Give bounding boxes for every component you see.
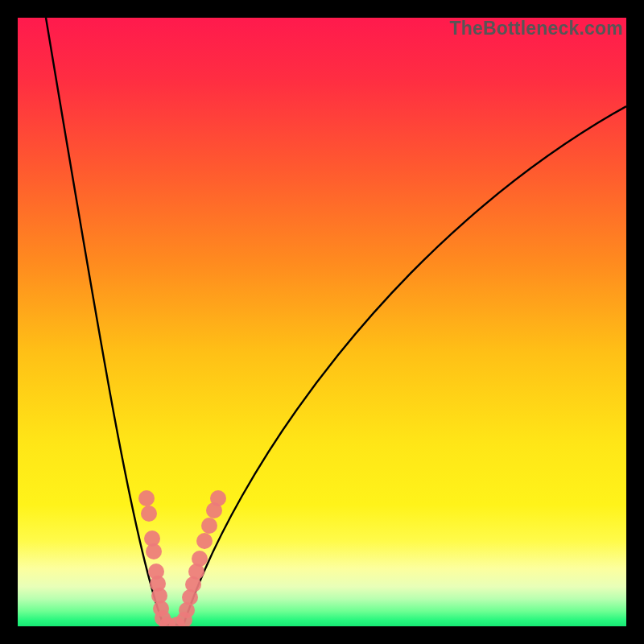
plot-area: TheBottleneck.com <box>18 18 626 626</box>
chart-svg <box>18 18 626 626</box>
gradient-background <box>18 18 626 626</box>
watermark-label: TheBottleneck.com <box>449 18 623 39</box>
data-point <box>138 490 155 506</box>
data-point <box>146 543 162 559</box>
data-point <box>141 506 157 522</box>
data-point <box>192 551 208 567</box>
data-point <box>210 490 226 506</box>
data-point <box>201 518 217 534</box>
data-point <box>196 533 213 549</box>
